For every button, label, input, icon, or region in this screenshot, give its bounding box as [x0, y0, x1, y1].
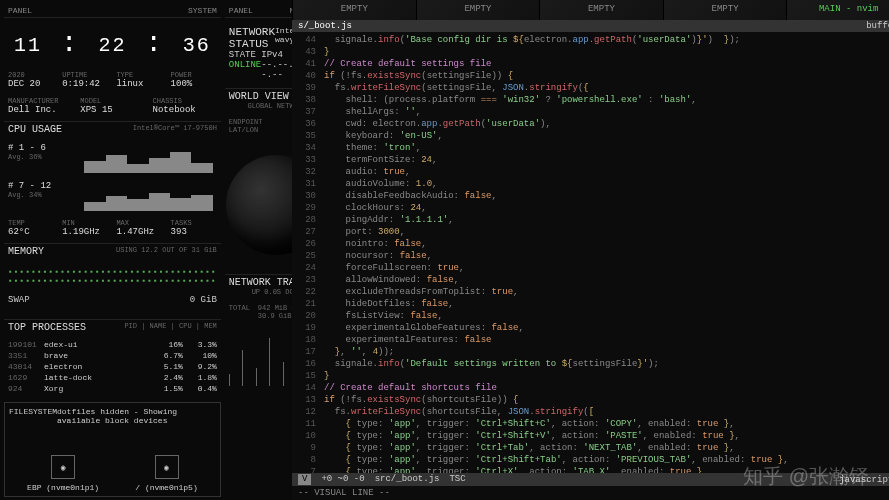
tab-main[interactable]: MAIN - nvim [786, 0, 889, 20]
mem-title: MEMORYUSING 12.2 OUT OF 31 GiB [4, 243, 221, 259]
tab-empty[interactable]: EMPTY [539, 0, 663, 20]
tab-empty[interactable]: EMPTY [292, 0, 416, 20]
disk-2[interactable]: ◉/ (nvme0n1p5) [135, 455, 197, 492]
hw-row: MANUFACTURERDell Inc. MODELXPS 15 CHASSI… [4, 95, 221, 117]
filesystem: FILESYSTEMdotfiles hidden - Showing avai… [4, 402, 221, 497]
editor-tabs: EMPTY EMPTY EMPTY EMPTY MAIN - nvim [292, 0, 889, 20]
mem-dots: ▪▪▪▪▪▪▪▪▪▪▪▪▪▪▪▪▪▪▪▪▪▪▪▪▪▪▪▪▪▪▪▪▪▪▪▪▪▪▪▪… [4, 263, 221, 289]
cpu-graph-1 [80, 143, 217, 173]
cpu-graph-2 [80, 181, 217, 211]
cpu-title: CPU USAGEIntel®Core™ i7-9750H [4, 121, 221, 137]
process-row[interactable]: 3351brave6.7%10% [4, 350, 221, 361]
clock: 11 : 22 : 36 [4, 22, 221, 65]
proc-title: TOP PROCESSESPID | NAME | CPU | MEM [4, 319, 221, 335]
disk-1[interactable]: ◉EBP (nvme0n1p1) [27, 455, 99, 492]
watermark: 知乎 @张瀚铎 [743, 463, 869, 490]
process-row[interactable]: 1629latte-dock2.4%1.8% [4, 372, 221, 383]
disk-icon: ◉ [155, 455, 179, 479]
panel-header-left: PANELSYSTEM [4, 4, 221, 18]
code-editor[interactable]: 44 signale.info('Base config dir is ${el… [292, 32, 889, 473]
process-row[interactable]: 924Xorg1.5%0.4% [4, 383, 221, 394]
process-row[interactable]: 43014electron5.1%9.2% [4, 361, 221, 372]
process-row[interactable]: 199101edex-ui16%3.3% [4, 339, 221, 350]
tab-empty[interactable]: EMPTY [663, 0, 787, 20]
date-row: 2020DEC 20 UPTIME0:19:42 TYPElinux POWER… [4, 69, 221, 91]
file-bar: s/_boot.jsbuffers [292, 20, 889, 32]
tab-empty[interactable]: EMPTY [416, 0, 540, 20]
disk-icon: ◉ [51, 455, 75, 479]
